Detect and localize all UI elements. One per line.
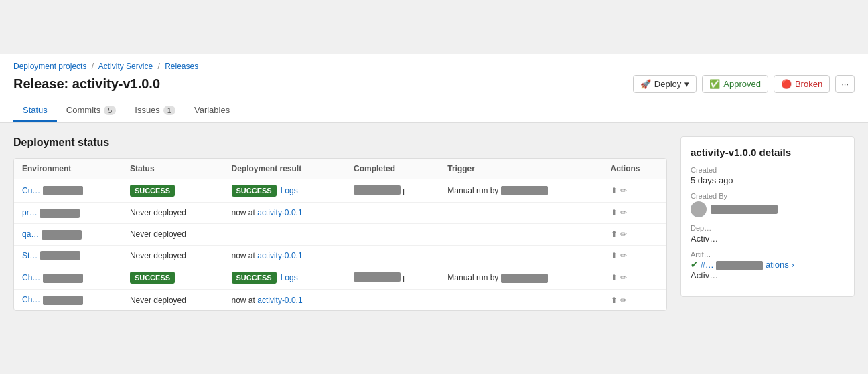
chevron-down-icon: ▾ (684, 79, 689, 89)
edit-icon[interactable]: ✏ (620, 273, 627, 282)
table-row: Cu… SUCCESS SUCCESS Logs (14, 179, 666, 203)
tab-variables-label: Variables (194, 105, 230, 115)
redeploy-icon[interactable]: ⬆ (611, 186, 618, 195)
approved-label: Approved (723, 79, 761, 89)
env-link[interactable]: Ch… (22, 273, 40, 282)
logs-link[interactable]: Logs (281, 186, 298, 195)
now-at: now at (232, 251, 258, 260)
deploy-result: SUCCESS Logs (232, 272, 338, 284)
status-badge-success: SUCCESS (130, 185, 175, 197)
env-link[interactable]: St… (22, 251, 38, 260)
tab-issues[interactable]: Issues 1 (125, 100, 185, 122)
redeploy-icon[interactable]: ⬆ (611, 208, 618, 217)
completed-m: l (403, 187, 405, 197)
header-actions: 🚀 Deploy ▾ ✅ Approved 🔴 Broken ··· (633, 75, 855, 93)
sidebar-title: activity-v1.0.0 details (691, 147, 845, 158)
approved-button[interactable]: ✅ Approved (702, 75, 768, 93)
check-circle-icon: ✅ (709, 79, 720, 89)
trigger-redacted (501, 186, 548, 195)
edit-icon[interactable]: ✏ (620, 251, 627, 260)
more-options-button[interactable]: ··· (835, 75, 855, 93)
broken-icon: 🔴 (781, 79, 792, 89)
trigger-text: Manual run by (447, 273, 500, 282)
main-content: Deployment status Environment Status Dep… (13, 136, 667, 337)
sidebar-artifacts: Artif… ✔ #… ations › Activ… (691, 250, 845, 280)
check-icon: ✔ (691, 260, 698, 270)
env-redacted (42, 230, 82, 240)
now-at-link[interactable]: activity-0.0.1 (257, 208, 302, 217)
artifacts-redacted (716, 261, 763, 270)
edit-icon[interactable]: ✏ (620, 208, 627, 217)
redeploy-icon[interactable]: ⬆ (611, 296, 618, 305)
actions-cell: ⬆ ✏ (611, 296, 658, 305)
col-completed: Completed (346, 159, 439, 179)
artifacts-value: ✔ #… ations › (691, 260, 845, 270)
broken-label: Broken (795, 79, 822, 89)
redeploy-icon[interactable]: ⬆ (611, 229, 618, 239)
env-link[interactable]: Cu… (22, 186, 40, 195)
broken-button[interactable]: 🔴 Broken (774, 75, 830, 93)
breadcrumb-deployment-projects[interactable]: Deployment projects (13, 62, 86, 71)
tab-issues-label: Issues (135, 105, 160, 115)
edit-icon[interactable]: ✏ (620, 229, 627, 239)
sidebar-deployment: Dep… Activ… (691, 224, 845, 244)
env-link[interactable]: qa… (22, 229, 39, 239)
env-redacted (43, 186, 83, 195)
deployment-status-title: Deployment status (13, 136, 667, 149)
redeploy-icon[interactable]: ⬆ (611, 251, 618, 260)
table-row: Ch… Never deployed now at activity-0.0.1 (14, 290, 666, 310)
artifacts-more-link[interactable]: ations › (766, 260, 794, 270)
tab-commits[interactable]: Commits 5 (57, 100, 125, 122)
tab-status[interactable]: Status (13, 100, 57, 122)
status-never: Never deployed (130, 296, 186, 305)
tab-nav: Status Commits 5 Issues 1 Variables (13, 100, 855, 122)
deployment-table: Environment Status Deployment result Com… (13, 158, 667, 311)
deployment-value: Activ… (691, 233, 845, 244)
sidebar-created: Created 5 days ago (691, 166, 845, 185)
env-link[interactable]: pr… (22, 208, 38, 217)
trigger-redacted (501, 274, 548, 283)
env-link[interactable]: Ch… (22, 295, 40, 304)
table-row: qa… Never deployed ⬆ ✏ (14, 223, 666, 245)
env-redacted (40, 209, 80, 218)
col-environment: Environment (14, 159, 122, 179)
logs-link[interactable]: Logs (281, 273, 298, 282)
col-deployment-result: Deployment result (224, 159, 346, 179)
redeploy-icon[interactable]: ⬆ (611, 273, 618, 282)
completed-m: l (403, 274, 405, 284)
env-redacted (43, 274, 83, 283)
tab-status-label: Status (23, 105, 48, 115)
completed-redacted (354, 185, 401, 195)
status-never: Never deployed (130, 208, 186, 217)
artifacts-label: Artif… (691, 250, 845, 258)
now-at-link[interactable]: activity-0.0.1 (257, 251, 302, 260)
created-label: Created (691, 166, 845, 174)
deploy-result: SUCCESS Logs (232, 185, 338, 197)
now-at: now at (232, 296, 258, 305)
sidebar: activity-v1.0.0 details Created 5 days a… (680, 136, 855, 337)
edit-icon[interactable]: ✏ (620, 296, 627, 305)
breadcrumb-activity-service[interactable]: Activity Service (98, 62, 153, 71)
breadcrumb: Deployment projects / Activity Service /… (13, 62, 855, 71)
created-value: 5 days ago (691, 175, 845, 185)
breadcrumb-releases[interactable]: Releases (165, 62, 198, 71)
avatar (691, 201, 707, 217)
now-at: now at (232, 208, 258, 217)
created-by-label: Created by (691, 192, 845, 200)
sidebar-created-by: Created by (691, 192, 845, 217)
tab-commits-label: Commits (66, 105, 100, 115)
deployment-label: Dep… (691, 224, 845, 232)
env-redacted (40, 251, 80, 260)
completed-redacted (354, 272, 401, 282)
deploy-button[interactable]: 🚀 Deploy ▾ (633, 75, 697, 93)
now-at-link[interactable]: activity-0.0.1 (257, 296, 302, 305)
artifacts-link[interactable]: #… (701, 260, 714, 270)
tab-variables[interactable]: Variables (185, 100, 239, 122)
table-row: Ch… SUCCESS SUCCESS Logs (14, 266, 666, 290)
user-redacted (711, 205, 778, 214)
col-actions: Actions (603, 159, 666, 179)
avatar-row (691, 201, 845, 217)
edit-icon[interactable]: ✏ (620, 186, 627, 195)
status-never: Never deployed (130, 251, 186, 260)
sidebar-card: activity-v1.0.0 details Created 5 days a… (680, 136, 855, 297)
